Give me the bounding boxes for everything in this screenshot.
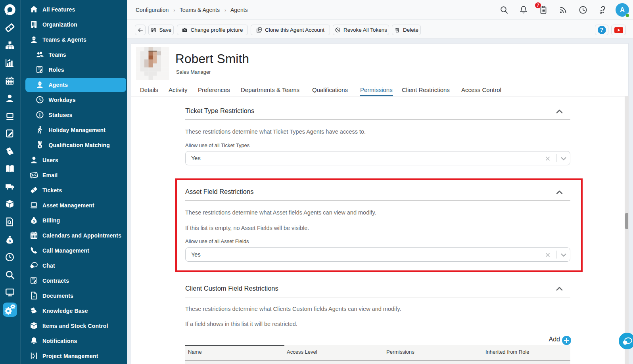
svg-text:$: $: [33, 219, 35, 223]
svg-text:A: A: [33, 295, 35, 298]
svg-text:$: $: [9, 239, 11, 243]
